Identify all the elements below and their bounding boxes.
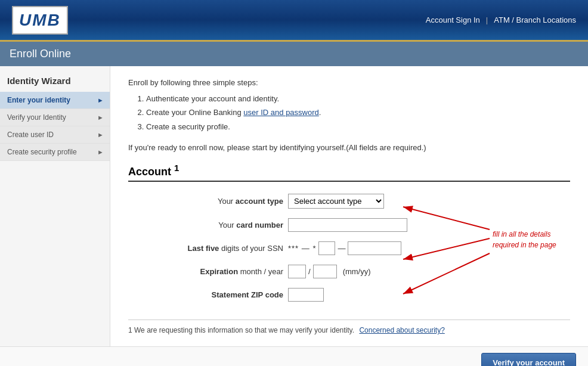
ssn-label: Last five digits of your SSN [128, 244, 283, 253]
sidebar-item-label: Create user ID [7, 131, 54, 139]
step-1: Authenticate your account and identity. [146, 92, 570, 106]
card-number-input[interactable] [288, 218, 407, 232]
logo-area: UMB [12, 6, 68, 35]
account-type-row: Your account type Select account type Ch… [128, 194, 570, 209]
footer-note-text: 1 We are requesting this information so … [128, 326, 354, 334]
ssn-input-group: *** — * — [288, 241, 401, 255]
sidebar-item-create-security-profile[interactable]: Create security profile ► [0, 144, 110, 161]
account-type-select[interactable]: Select account type Checking Savings [288, 194, 384, 209]
card-number-row: Your card number [128, 218, 570, 232]
main-layout: Identity Wizard Enter your identity ► Ve… [0, 66, 588, 346]
step-3: Create a security profile. [146, 120, 570, 134]
sidebar-item-label: Verify your Identity [7, 113, 66, 122]
sidebar-item-label: Create security profile [7, 148, 77, 156]
expiry-slash: / [308, 267, 311, 276]
logo-box: UMB [12, 6, 68, 35]
logo-text: UMB [19, 11, 61, 29]
zip-input[interactable] [288, 288, 324, 302]
sidebar-item-create-user-id[interactable]: Create user ID ► [0, 126, 110, 144]
atm-locations-link[interactable]: ATM / Branch Locations [494, 15, 576, 24]
account-type-label: Your account type [128, 197, 283, 206]
ssn-digits-input[interactable] [348, 241, 401, 255]
page-title: Enroll Online [10, 48, 71, 60]
sidebar: Identity Wizard Enter your identity ► Ve… [0, 66, 110, 346]
ssn-dash: — [338, 244, 345, 253]
identify-notice: If you're ready to enroll now, please st… [128, 143, 570, 152]
header-nav: Account Sign In | ATM / Branch Locations [426, 15, 576, 24]
content-area: Enroll by following three simple steps: … [110, 66, 588, 346]
sidebar-item-enter-identity[interactable]: Enter your identity ► [0, 92, 110, 109]
ssn-row: Last five digits of your SSN *** — * — [128, 241, 570, 255]
step-2: Create your Online Banking user ID and p… [146, 106, 570, 119]
sidebar-arrow-2: ► [97, 131, 104, 138]
expiry-month-input[interactable] [288, 265, 306, 278]
sidebar-arrow-1: ► [97, 114, 104, 121]
nav-divider: | [486, 15, 488, 24]
card-number-label: Your card number [128, 221, 283, 229]
ssn-digit-1-input[interactable] [318, 241, 335, 255]
verify-account-button[interactable]: Verify your account [481, 353, 576, 366]
steps-list: Authenticate your account and identity. … [128, 92, 570, 134]
page-title-bar: Enroll Online [0, 42, 588, 66]
sidebar-arrow-0: ► [97, 97, 104, 104]
expiry-input-group: / (mm/yy) [288, 265, 371, 278]
intro-text: Enroll by following three simple steps: [128, 78, 570, 87]
zip-label: Statement ZIP code [128, 290, 283, 299]
account-signin-link[interactable]: Account Sign In [426, 15, 480, 24]
expiration-label: Expiration month / year [128, 267, 283, 276]
footer-note: 1 We are requesting this information so … [128, 320, 570, 334]
sidebar-item-verify-identity[interactable]: Verify your Identity ► [0, 109, 110, 126]
sidebar-arrow-3: ► [97, 148, 104, 156]
annotation-svg: fill in all the details required in the … [397, 194, 576, 325]
ssn-static-text: *** — * [288, 244, 316, 253]
sidebar-title: Identity Wizard [0, 72, 110, 92]
account-section-title: Account 1 [128, 163, 570, 178]
zip-row: Statement ZIP code [128, 288, 570, 302]
expiry-year-input[interactable] [313, 265, 337, 278]
expiration-row: Expiration month / year / (mm/yy) [128, 265, 570, 278]
account-section-header: Account 1 [128, 163, 570, 182]
bottom-bar: Verify your account [0, 346, 588, 366]
sidebar-item-label: Enter your identity [7, 96, 70, 104]
security-link[interactable]: Concerned about security? [359, 326, 444, 334]
expiry-format-hint: (mm/yy) [343, 267, 371, 276]
page-header: UMB Account Sign In | ATM / Branch Locat… [0, 0, 588, 42]
form-container: Your account type Select account type Ch… [128, 194, 570, 302]
